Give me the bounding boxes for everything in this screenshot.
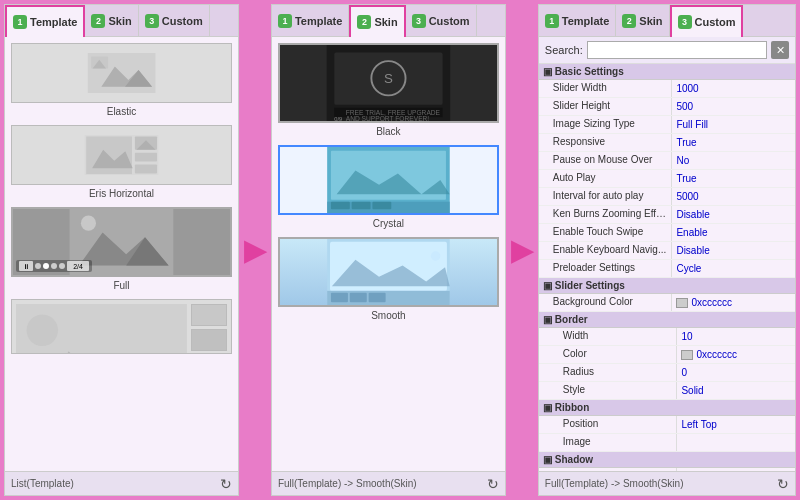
tab-template-3[interactable]: 1 Template (539, 5, 616, 36)
dot-1[interactable] (35, 263, 41, 269)
group-shadow[interactable]: ▣ Shadow (539, 452, 795, 468)
prop-ribbon-position[interactable]: Position Left Top (539, 416, 795, 434)
group-ribbon-label: Ribbon (555, 402, 589, 413)
properties-area: ▣ Basic Settings Slider Width 1000 Slide… (539, 64, 795, 471)
template-thumb-elastic (11, 43, 232, 103)
tab-template-1[interactable]: 1 Template (5, 5, 85, 37)
prop-name-ribbon-image: Image (539, 434, 678, 451)
prop-border-radius[interactable]: Radius 0 (539, 364, 795, 382)
collapse-icon-shadow: ▣ (543, 454, 552, 465)
tab-skin-2[interactable]: 2 Skin (349, 5, 405, 37)
template-label-elastic: Elastic (107, 106, 136, 117)
template-panel: 1 Template 2 Skin 3 Custom Elastic (4, 4, 239, 496)
prop-val-border-radius: 0 (677, 364, 795, 381)
tab-custom-1[interactable]: 3 Custom (139, 5, 210, 36)
svg-point-42 (431, 251, 440, 260)
template-item-eris[interactable]: Eris Horizontal (11, 125, 232, 199)
panel2-refresh-button[interactable]: ↻ (487, 476, 499, 492)
search-clear-button[interactable]: ✕ (771, 41, 789, 59)
template-item-elastic[interactable]: Elastic (11, 43, 232, 117)
skin-item-crystal[interactable]: Crystal (278, 145, 499, 229)
panel3-footer-label: Full(Template) -> Smooth(Skin) (545, 478, 684, 489)
skin-item-black[interactable]: S FREE TRIAL, FREE UPGRADE AND SUPPORT F… (278, 43, 499, 137)
prop-border-style[interactable]: Style Solid (539, 382, 795, 400)
prop-name-responsive: Responsive (539, 134, 673, 151)
tab-custom-2[interactable]: 3 Custom (406, 5, 477, 36)
prop-val-responsive: True (672, 134, 795, 151)
prop-val-pause-mouse: No (672, 152, 795, 169)
tab-label-skin-1: Skin (108, 15, 131, 27)
svg-text:0/9: 0/9 (334, 116, 342, 121)
prop-name-bg-color: Background Color (539, 294, 673, 311)
prop-preloader[interactable]: Preloader Settings Cycle (539, 260, 795, 278)
panel2-footer: Full(Template) -> Smooth(Skin) ↻ (272, 471, 505, 495)
arrow-1-icon: ▶ (244, 234, 266, 267)
template-item-list[interactable] (11, 299, 232, 354)
dot-4[interactable] (59, 263, 65, 269)
prop-name-border-width: Width (539, 328, 678, 345)
tab-skin-1[interactable]: 2 Skin (85, 5, 138, 36)
prop-name-pause-mouse: Pause on Mouse Over (539, 152, 673, 169)
group-border[interactable]: ▣ Border (539, 312, 795, 328)
tab-template-2[interactable]: 1 Template (272, 5, 349, 36)
prop-val-interval: 5000 (672, 188, 795, 205)
panel1-refresh-button[interactable]: ↻ (220, 476, 232, 492)
prop-val-image-sizing: Full Fill (672, 116, 795, 133)
dot-3[interactable] (51, 263, 57, 269)
panel3-footer: Full(Template) -> Smooth(Skin) ↻ (539, 471, 795, 495)
prop-slider-height[interactable]: Slider Height 500 (539, 98, 795, 116)
template-item-full[interactable]: ⏸ 2/4 Full (11, 207, 232, 291)
template-panel-content: Elastic Eris Horizontal (5, 37, 238, 471)
group-basic-settings[interactable]: ▣ Basic Settings (539, 64, 795, 80)
prop-border-width[interactable]: Width 10 (539, 328, 795, 346)
prop-interval[interactable]: Interval for auto play 5000 (539, 188, 795, 206)
prop-image-sizing[interactable]: Image Sizing Type Full Fill (539, 116, 795, 134)
svg-rect-10 (135, 152, 157, 161)
prop-bg-color[interactable]: Background Color 0xcccccc (539, 294, 795, 312)
prop-border-color[interactable]: Color 0xcccccc (539, 346, 795, 364)
arrow-1-container: ▶ (243, 4, 267, 496)
svg-point-15 (81, 216, 96, 231)
full-controls: ⏸ 2/4 (16, 260, 92, 272)
tab-num-skin-1: 2 (91, 14, 105, 28)
prop-kenburns[interactable]: Ken Burns Zooming Effect Disable (539, 206, 795, 224)
slide-counter: 2/4 (67, 261, 89, 271)
prop-ribbon-image[interactable]: Image (539, 434, 795, 452)
pause-btn[interactable]: ⏸ (19, 261, 33, 271)
prop-val-border-style: Solid (677, 382, 795, 399)
skin-label-crystal: Crystal (373, 218, 404, 229)
skin-item-smooth[interactable]: Smooth (278, 237, 499, 321)
prop-autoplay[interactable]: Auto Play True (539, 170, 795, 188)
prop-slider-width[interactable]: Slider Width 1000 (539, 80, 795, 98)
collapse-icon-slider: ▣ (543, 280, 552, 291)
tab-label-skin-3: Skin (639, 15, 662, 27)
panel3-tab-bar: 1 Template 2 Skin 3 Custom (539, 5, 795, 37)
panel1-footer: List(Template) ↻ (5, 471, 238, 495)
prop-name-preloader: Preloader Settings (539, 260, 673, 277)
group-border-label: Border (555, 314, 588, 325)
tab-custom-3[interactable]: 3 Custom (670, 5, 744, 37)
prop-val-border-color: 0xcccccc (677, 346, 795, 363)
group-ribbon[interactable]: ▣ Ribbon (539, 400, 795, 416)
tab-num-s3: 2 (622, 14, 636, 28)
custom-panel: 1 Template 2 Skin 3 Custom Search: ✕ ▣ B… (538, 4, 796, 496)
panel3-refresh-button[interactable]: ↻ (777, 476, 789, 492)
dot-2[interactable] (43, 263, 49, 269)
tab-num-c2: 3 (412, 14, 426, 28)
prop-pause-mouse[interactable]: Pause on Mouse Over No (539, 152, 795, 170)
template-thumb-list (11, 299, 232, 354)
group-slider-settings[interactable]: ▣ Slider Settings (539, 278, 795, 294)
prop-name-kenburns: Ken Burns Zooming Effect (539, 206, 673, 223)
skin-thumb-smooth (278, 237, 499, 307)
template-thumb-full: ⏸ 2/4 (11, 207, 232, 277)
prop-name-border-color: Color (539, 346, 678, 363)
skin-thumb-crystal (278, 145, 499, 215)
tab-num-1: 1 (13, 15, 27, 29)
svg-rect-34 (372, 202, 391, 210)
tab-skin-3[interactable]: 2 Skin (616, 5, 669, 36)
prop-keyboard-nav[interactable]: Enable Keyboard Navig... Disable (539, 242, 795, 260)
collapse-icon-border: ▣ (543, 314, 552, 325)
prop-touch-swipe[interactable]: Enable Touch Swipe Enable (539, 224, 795, 242)
search-input[interactable] (587, 41, 767, 59)
prop-responsive[interactable]: Responsive True (539, 134, 795, 152)
